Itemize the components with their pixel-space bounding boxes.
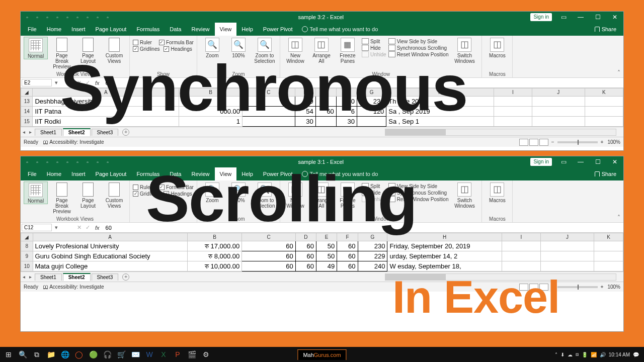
cell[interactable]	[502, 261, 540, 272]
gridlines-checkbox[interactable]: ✓Gridlines	[133, 191, 159, 197]
cell[interactable]	[532, 97, 585, 107]
system-tray[interactable]: ˄ ⬇ ☁ ⧈ 🔋 📶 🔊 10:14 AM 💬	[555, 351, 642, 357]
horizontal-scrollbar[interactable]	[385, 129, 616, 136]
cell[interactable]: 60	[315, 107, 336, 117]
cell[interactable]: 60	[337, 241, 358, 251]
name-box[interactable]: C12	[22, 224, 52, 231]
sort-icon[interactable]: ▫	[84, 14, 91, 21]
arrange-all-button[interactable]: Arrange All	[309, 37, 334, 64]
hide-button[interactable]: Hide	[362, 45, 386, 51]
redo-icon[interactable]: ▫	[44, 14, 51, 21]
cell[interactable]	[532, 117, 585, 127]
cell[interactable]	[541, 261, 594, 272]
cell[interactable]: रु 8,000.00	[187, 251, 242, 261]
page-break-view-icon[interactable]	[539, 284, 548, 291]
cell[interactable]: 49	[316, 261, 337, 272]
tab-page-layout[interactable]: Page Layout	[91, 167, 132, 180]
view-side-by-side-button[interactable]: View Side by Side	[388, 38, 449, 44]
name-box-dropdown-icon[interactable]: ▾	[53, 224, 60, 231]
cell[interactable]	[179, 97, 243, 107]
col-header-C[interactable]: C	[243, 88, 295, 97]
undo-icon[interactable]: ▫	[34, 14, 41, 21]
powerpoint-icon[interactable]: P	[171, 348, 184, 361]
col-header-C[interactable]: C	[242, 233, 296, 241]
new-window-button[interactable]: New Window	[283, 182, 307, 209]
reset-window-position-button[interactable]: Reset Window Position	[388, 196, 449, 202]
new-sheet-button[interactable]: +	[122, 129, 129, 136]
share-button[interactable]: Share	[595, 171, 621, 177]
spreadsheet-grid[interactable]: ◢ABCDEFGHIJK13Deshbhaga niversity5960234…	[21, 88, 623, 127]
table-row[interactable]: 14IIT Patna000.0054606120Sa , Sep 2019	[21, 107, 623, 117]
ribbon-options-icon[interactable]: ▭	[555, 156, 572, 167]
col-header-H[interactable]: H	[387, 233, 502, 241]
select-all-corner[interactable]: ◢	[21, 233, 33, 241]
cell[interactable]: 1	[179, 117, 243, 127]
formula-bar-checkbox[interactable]: ✓Formula Bar	[159, 40, 194, 45]
cell[interactable]: 60	[336, 97, 357, 107]
cell[interactable]	[585, 107, 623, 117]
arrange-all-button[interactable]: Arrange All	[309, 182, 334, 209]
table-row[interactable]: 15IIT Rodki13030Sa , Sep 1	[21, 117, 623, 127]
cell[interactable]: 50	[316, 251, 337, 261]
notifications-icon[interactable]: 💬	[633, 352, 639, 357]
wifi-icon[interactable]: 📶	[591, 352, 597, 357]
sheet-nav-prev-icon[interactable]: ◂	[21, 129, 27, 135]
custom-views-button[interactable]: Custom Views	[102, 37, 126, 64]
tab-data[interactable]: Data	[165, 167, 186, 180]
cell[interactable]: 6	[336, 107, 357, 117]
zoom-in-icon[interactable]: +	[601, 284, 604, 290]
app-icon[interactable]: 🟢	[87, 348, 100, 361]
app-icon[interactable]: 🛒	[115, 348, 128, 361]
tell-me[interactable]: Tell me what you want to do	[302, 26, 378, 32]
cell[interactable]: urday, September 14, 2	[387, 251, 502, 261]
tab-power-pivot[interactable]: Power Pivot	[258, 23, 298, 36]
freeze-panes-button[interactable]: Freeze Panes	[336, 182, 360, 209]
print-icon[interactable]: ▫	[74, 14, 81, 21]
view-side-by-side-button[interactable]: View Side by Side	[388, 183, 449, 189]
switch-windows-button[interactable]: Switch Windows	[450, 37, 478, 64]
print-icon[interactable]: ▫	[74, 158, 81, 165]
cell[interactable]: 000.00	[179, 107, 243, 117]
cell[interactable]: रु 10,000.00	[187, 261, 242, 272]
app-icon[interactable]: ⚙	[199, 348, 212, 361]
onedrive-icon[interactable]: ☁	[568, 352, 573, 357]
cell[interactable]	[594, 261, 623, 272]
synchronous-scrolling-button[interactable]: Synchronous Scrolling	[388, 45, 449, 51]
cell[interactable]: Mata gujri College	[33, 261, 187, 272]
headings-checkbox[interactable]: ✓Headings	[164, 46, 192, 52]
name-box[interactable]: E2	[22, 79, 52, 86]
save-icon[interactable]: ▫	[24, 14, 31, 21]
macros-button[interactable]: Macros	[485, 182, 509, 203]
col-header-H[interactable]: H	[386, 88, 494, 97]
redo-icon[interactable]: ▫	[44, 158, 51, 165]
cell[interactable]	[502, 251, 540, 261]
cell[interactable]	[541, 241, 594, 251]
zoom-100-button[interactable]: 100%	[226, 37, 251, 58]
cell[interactable]: IIT Patna	[33, 107, 179, 117]
cell[interactable]: 50	[316, 241, 337, 251]
undo-icon[interactable]: ▫	[34, 158, 41, 165]
cell[interactable]	[243, 117, 295, 127]
sign-in-button[interactable]: Sign in	[530, 158, 552, 166]
new-window-button[interactable]: New Window	[283, 37, 307, 64]
cell[interactable]: 60	[295, 261, 316, 272]
col-header-B[interactable]: B	[179, 88, 243, 97]
app-icon[interactable]: ✉️	[129, 348, 142, 361]
col-header-J[interactable]: J	[541, 233, 594, 241]
cancel-icon[interactable]: ✕	[75, 224, 84, 231]
cell[interactable]	[502, 241, 540, 251]
unhide-button[interactable]: Unhide	[362, 196, 386, 202]
sheet-tab-sheet2[interactable]: Sheet2	[63, 128, 91, 136]
tab-help[interactable]: Help	[236, 23, 258, 36]
tab-power-pivot[interactable]: Power Pivot	[258, 167, 298, 180]
col-header-A[interactable]: A	[33, 233, 187, 241]
save-icon[interactable]: ▫	[24, 158, 31, 165]
maximize-button[interactable]: ☐	[589, 12, 606, 23]
excel-icon[interactable]: X	[157, 348, 170, 361]
enter-icon[interactable]: ✓	[84, 224, 92, 231]
normal-button[interactable]: Normal	[24, 182, 48, 204]
tray-icon[interactable]: ⬇	[560, 352, 565, 357]
sheet-tab-sheet3[interactable]: Sheet3	[92, 129, 119, 136]
cell[interactable]: Friday, September 20, 2019	[387, 241, 502, 251]
freeze-panes-button[interactable]: Freeze Panes	[336, 37, 360, 64]
